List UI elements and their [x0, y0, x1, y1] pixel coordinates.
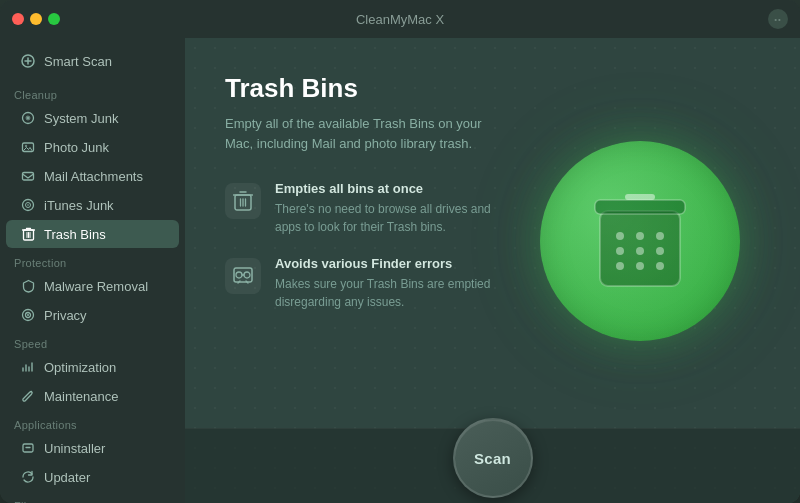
scan-bar: Scan [185, 428, 800, 503]
feature-text-empties-all: Empties all bins at once There's no need… [275, 181, 495, 236]
sidebar-item-optimization[interactable]: Optimization [6, 353, 179, 381]
maximize-button[interactable] [48, 13, 60, 25]
sidebar-item-trash-bins[interactable]: Trash Bins [6, 220, 179, 248]
svg-point-18 [244, 272, 250, 278]
page-title: Trash Bins [225, 73, 495, 104]
svg-point-27 [656, 247, 664, 255]
section-label-speed: Speed [0, 330, 185, 352]
svg-point-29 [636, 262, 644, 270]
content-subtitle: Empty all of the available Trash Bins on… [225, 114, 495, 153]
feature-text-avoids-errors: Avoids various Finder errors Makes sure … [275, 256, 495, 311]
itunes-icon [20, 197, 36, 213]
trash-bins-label: Trash Bins [44, 227, 106, 242]
sidebar-item-mail-attachments[interactable]: Mail Attachments [6, 162, 179, 190]
minimize-button[interactable] [30, 13, 42, 25]
feature-icon-trash [225, 183, 261, 219]
svg-point-26 [636, 247, 644, 255]
svg-point-23 [636, 232, 644, 240]
svg-rect-19 [600, 211, 680, 286]
optimization-label: Optimization [44, 360, 116, 375]
svg-point-28 [616, 262, 624, 270]
mail-icon [20, 168, 36, 184]
svg-point-22 [616, 232, 624, 240]
feature-icon-finder [225, 258, 261, 294]
mail-attachments-label: Mail Attachments [44, 169, 143, 184]
sidebar: Smart Scan Cleanup System Junk [0, 38, 185, 503]
content-area: Trash Bins Empty all of the available Tr… [185, 38, 800, 503]
malware-removal-label: Malware Removal [44, 279, 148, 294]
feature-desc-0: There's no need to browse all drives and… [275, 200, 495, 236]
photo-junk-icon [20, 139, 36, 155]
smart-scan-icon [20, 53, 36, 69]
traffic-lights [12, 13, 60, 25]
feature-list: Empties all bins at once There's no need… [225, 181, 495, 311]
app-window: CleanMyMac X Smart Scan Cleanup [0, 0, 800, 503]
svg-point-8 [27, 204, 29, 206]
section-label-applications: Applications [0, 411, 185, 433]
menu-dots-button[interactable] [768, 9, 788, 29]
system-junk-icon [20, 110, 36, 126]
svg-point-30 [656, 262, 664, 270]
malware-icon [20, 278, 36, 294]
photo-junk-label: Photo Junk [44, 140, 109, 155]
svg-point-4 [25, 145, 27, 147]
main-content: Smart Scan Cleanup System Junk [0, 38, 800, 503]
feature-title-0: Empties all bins at once [275, 181, 495, 196]
section-label-files: Files [0, 492, 185, 503]
svg-point-2 [27, 117, 29, 119]
svg-rect-5 [23, 173, 34, 181]
sidebar-item-smart-scan[interactable]: Smart Scan [6, 47, 179, 75]
sidebar-item-updater[interactable]: Updater [6, 463, 179, 491]
window-title: CleanMyMac X [356, 12, 444, 27]
content-left: Trash Bins Empty all of the available Tr… [225, 73, 495, 408]
uninstaller-label: Uninstaller [44, 441, 105, 456]
svg-point-24 [656, 232, 664, 240]
content-body: Trash Bins Empty all of the available Tr… [185, 38, 800, 428]
privacy-icon [20, 307, 36, 323]
svg-point-25 [616, 247, 624, 255]
content-right [515, 73, 765, 408]
svg-rect-21 [595, 200, 685, 214]
feature-item-avoids-errors: Avoids various Finder errors Makes sure … [225, 256, 495, 311]
optimization-icon [20, 359, 36, 375]
system-junk-label: System Junk [44, 111, 118, 126]
sidebar-item-system-junk[interactable]: System Junk [6, 104, 179, 132]
sidebar-item-uninstaller[interactable]: Uninstaller [6, 434, 179, 462]
itunes-junk-label: iTunes Junk [44, 198, 114, 213]
svg-point-17 [236, 272, 242, 278]
maintenance-icon [20, 388, 36, 404]
sidebar-item-malware-removal[interactable]: Malware Removal [6, 272, 179, 300]
sidebar-item-itunes-junk[interactable]: iTunes Junk [6, 191, 179, 219]
section-label-protection: Protection [0, 249, 185, 271]
svg-rect-20 [625, 194, 655, 200]
maintenance-label: Maintenance [44, 389, 118, 404]
feature-item-empties-all: Empties all bins at once There's no need… [225, 181, 495, 236]
sidebar-item-privacy[interactable]: Privacy [6, 301, 179, 329]
svg-point-12 [27, 314, 29, 316]
smart-scan-label: Smart Scan [44, 54, 112, 69]
title-bar: CleanMyMac X [0, 0, 800, 38]
updater-icon [20, 469, 36, 485]
feature-title-1: Avoids various Finder errors [275, 256, 495, 271]
privacy-label: Privacy [44, 308, 87, 323]
section-label-cleanup: Cleanup [0, 81, 185, 103]
sidebar-item-maintenance[interactable]: Maintenance [6, 382, 179, 410]
trash-bins-icon [20, 226, 36, 242]
feature-desc-1: Makes sure your Trash Bins are emptied d… [275, 275, 495, 311]
trash-icon-circle [540, 141, 740, 341]
close-button[interactable] [12, 13, 24, 25]
uninstaller-icon [20, 440, 36, 456]
updater-label: Updater [44, 470, 90, 485]
sidebar-item-photo-junk[interactable]: Photo Junk [6, 133, 179, 161]
scan-button[interactable]: Scan [453, 418, 533, 498]
